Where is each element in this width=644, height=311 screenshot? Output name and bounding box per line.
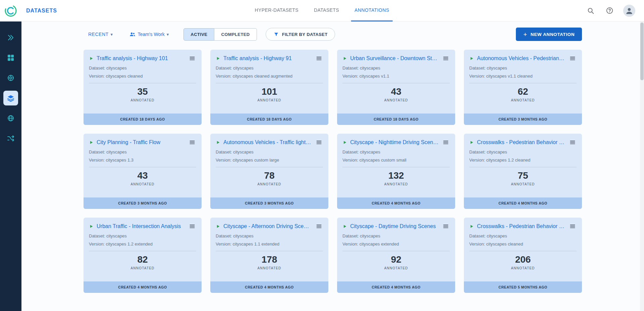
annotated-count: 43: [89, 170, 196, 181]
card-menu-icon[interactable]: [442, 138, 450, 146]
sidebar-item-tasks[interactable]: [3, 71, 18, 85]
annotated-label: ANNOTATED: [89, 266, 196, 270]
card-menu-icon[interactable]: [188, 138, 196, 146]
annotated-count: 92: [342, 254, 450, 265]
tab-hyper-datasets[interactable]: HYPER-DATASETS: [252, 0, 302, 21]
card-menu-icon[interactable]: [442, 54, 450, 62]
annotation-task-card[interactable]: Crosswalks - Pedestrian Behavior P… Data…: [464, 134, 582, 209]
topbar-actions: [586, 5, 644, 17]
annotation-task-card[interactable]: Traffic analysis - Highway 91 Dataset: c…: [210, 50, 328, 125]
user-avatar[interactable]: [623, 5, 635, 17]
sidebar-item-models[interactable]: [3, 111, 18, 126]
card-dataset: Dataset: cityscapes: [342, 149, 450, 154]
card-created-badge: CREATED 18 DAYS AGO: [84, 114, 202, 125]
sidebar-item-datasets[interactable]: [3, 50, 18, 65]
help-icon[interactable]: [604, 6, 614, 16]
card-created-badge: CREATED 4 MONTHS AGO: [337, 281, 455, 293]
annotation-task-card[interactable]: Cityscape - Nighttime Driving Scenes Dat…: [337, 134, 455, 209]
card-menu-icon[interactable]: [569, 54, 577, 62]
card-dataset: Dataset: cityscapes: [89, 65, 196, 71]
scope-dropdown[interactable]: Team's Work ▾: [129, 31, 169, 38]
card-menu-icon[interactable]: [569, 138, 577, 146]
sort-dropdown[interactable]: RECENT ▾: [88, 32, 113, 37]
annotated-count: 75: [469, 170, 577, 181]
status-segmented-control: ACTIVE COMPLETED: [183, 28, 257, 41]
card-title[interactable]: Crosswalks - Pedestrian Behavior P…: [477, 223, 566, 229]
annotation-task-card[interactable]: Cityscape - Afternoon Driving Scenes Dat…: [210, 218, 328, 293]
tasks-icon: [7, 74, 15, 82]
tab-datasets[interactable]: DATASETS: [311, 0, 342, 21]
play-status-icon: [342, 224, 347, 229]
scrollbar-thumb[interactable]: [640, 23, 644, 80]
card-title[interactable]: Urban Surveillance - Downtown Stre…: [350, 55, 439, 61]
card-menu-icon[interactable]: [315, 138, 323, 146]
card-title[interactable]: Cityscape - Daytime Driving Scenes: [350, 223, 439, 229]
sidebar-item-annotations[interactable]: [3, 91, 18, 105]
card-menu-icon[interactable]: [315, 222, 323, 230]
annotated-count: 78: [216, 170, 323, 181]
annotation-task-card[interactable]: Autonomous Vehicles - Traffic light … Da…: [210, 134, 328, 209]
play-status-icon: [89, 224, 94, 229]
play-status-icon: [342, 56, 347, 61]
new-annotation-label: NEW ANNOTATION: [531, 32, 575, 37]
annotated-label: ANNOTATED: [342, 98, 450, 102]
annotation-task-card[interactable]: Autonomous Vehicles - Pedestrian … Datas…: [464, 50, 582, 125]
card-title[interactable]: Crosswalks - Pedestrian Behavior P…: [477, 139, 566, 145]
card-created-badge: CREATED 5 MONTHS AGO: [464, 281, 582, 293]
annotated-label: ANNOTATED: [216, 266, 323, 270]
primary-tabs: HYPER-DATASETS DATASETS ANNOTATIONS: [252, 0, 393, 21]
card-title[interactable]: City Planning - Traffic Flow: [97, 139, 185, 145]
card-title[interactable]: Cityscape - Nighttime Driving Scenes: [350, 139, 439, 145]
card-dataset: Dataset: cityscapes: [216, 233, 323, 238]
card-version: Version: cityscapes custom small: [342, 158, 450, 167]
play-status-icon: [342, 140, 347, 145]
annotated-count: 43: [342, 86, 450, 97]
annotation-task-card[interactable]: Urban Traffic - Intersection Analysis Da…: [84, 218, 202, 293]
card-dataset: Dataset: cityscapes: [89, 233, 196, 238]
card-version: Version: cityscapes cleaned: [89, 74, 196, 83]
annotated-count: 101: [216, 86, 323, 97]
filter-active-button[interactable]: ACTIVE: [183, 28, 214, 41]
annotated-count: 178: [216, 254, 323, 265]
card-title[interactable]: Traffic analysis - Highway 91: [223, 55, 312, 61]
datasets-icon: [7, 54, 15, 62]
filter-by-dataset-label: FILTER BY DATASET: [282, 32, 328, 37]
team-icon: [129, 31, 136, 38]
card-dataset: Dataset: cityscapes: [89, 149, 196, 154]
sort-label: RECENT: [88, 32, 109, 37]
new-annotation-button[interactable]: + NEW ANNOTATION: [516, 28, 582, 41]
annotation-task-card[interactable]: Urban Surveillance - Downtown Stre… Data…: [337, 50, 455, 125]
filter-icon: [273, 32, 279, 37]
play-status-icon: [216, 224, 220, 229]
card-menu-icon[interactable]: [442, 222, 450, 230]
main-content: RECENT ▾ Team's Work ▾ ACTIVE COMPLETED: [21, 21, 644, 311]
annotation-task-card[interactable]: Cityscape - Daytime Driving Scenes Datas…: [337, 218, 455, 293]
card-menu-icon[interactable]: [188, 54, 196, 62]
caret-down-icon: ▾: [111, 32, 113, 37]
card-menu-icon[interactable]: [188, 222, 196, 230]
card-title[interactable]: Cityscape - Afternoon Driving Scenes: [223, 223, 312, 229]
card-title[interactable]: Autonomous Vehicles - Pedestrian …: [477, 55, 566, 61]
card-title[interactable]: Traffic analysis - Highway 101: [97, 55, 185, 61]
app-logo[interactable]: [0, 4, 21, 17]
sidebar-item-launch[interactable]: [3, 30, 18, 45]
filter-by-dataset-button[interactable]: FILTER BY DATASET: [266, 28, 335, 41]
annotation-task-card[interactable]: City Planning - Traffic Flow Dataset: ci…: [84, 134, 202, 209]
card-menu-icon[interactable]: [569, 222, 577, 230]
annotation-task-card[interactable]: Crosswalks - Pedestrian Behavior P… Data…: [464, 218, 582, 293]
search-icon[interactable]: [586, 6, 596, 16]
annotated-count: 206: [469, 254, 577, 265]
card-version: Version: cityscapes cleaned: [469, 241, 577, 251]
card-title[interactable]: Urban Traffic - Intersection Analysis: [97, 223, 185, 229]
annotated-label: ANNOTATED: [342, 182, 450, 186]
card-created-badge: CREATED 4 MONTHS AGO: [210, 281, 328, 293]
models-icon: [7, 114, 15, 122]
card-created-badge: CREATED 4 MONTHS AGO: [84, 281, 202, 293]
card-title[interactable]: Autonomous Vehicles - Traffic light …: [223, 139, 312, 145]
card-menu-icon[interactable]: [315, 54, 323, 62]
tab-annotations[interactable]: ANNOTATIONS: [351, 0, 392, 21]
annotation-task-card[interactable]: Traffic analysis - Highway 101 Dataset: …: [84, 50, 202, 125]
filter-completed-button[interactable]: COMPLETED: [214, 28, 257, 41]
sidebar-item-pipelines[interactable]: [3, 131, 18, 146]
caret-down-icon: ▾: [167, 32, 169, 37]
